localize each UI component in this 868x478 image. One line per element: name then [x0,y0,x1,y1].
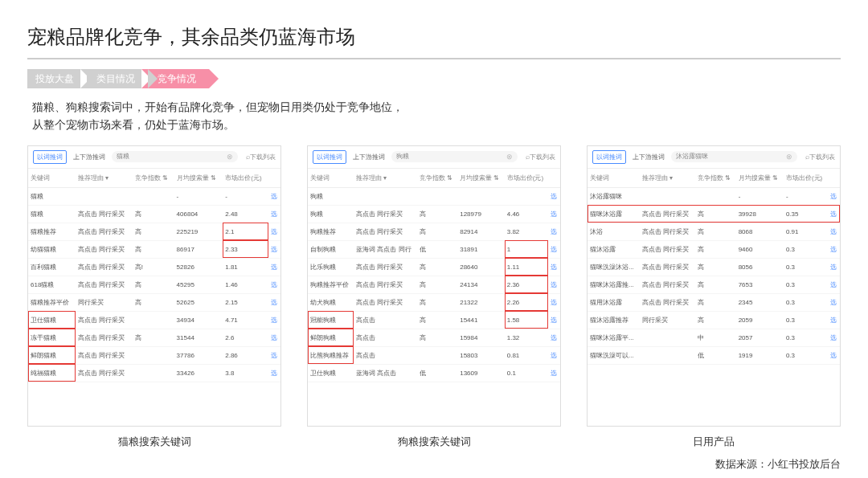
download-link[interactable]: 下载列表 [530,153,555,161]
action-link[interactable]: 选 [548,223,560,240]
comp-cell: 高 [417,205,457,223]
reason-cell [354,187,417,205]
action-link[interactable]: 选 [828,276,840,293]
keyword-cell: 百利猫粮 [28,258,76,276]
tab-word-suggest[interactable]: 以词推词 [33,150,67,164]
action-link[interactable]: 选 [548,276,560,293]
tab-updown[interactable]: 上下游推词 [629,151,668,163]
volume-cell: 8056 [736,258,784,276]
table-row: 猫沐浴露推荐同行采买高20590.3选 [588,311,840,329]
column-header[interactable]: 推荐理由 ▾ [76,169,133,188]
table-row: 鲜朗狗粮高点击高159841.32选 [308,329,560,346]
panel-cat-food: 以词推词 上下游推词 猫粮⊗ ⌕ 下载列表 关键词推荐理由 ▾竞争指数 ⇅月均搜… [27,145,281,427]
clear-icon[interactable]: ⊗ [227,151,233,162]
table-row: 狗粮推荐高点击 同行采买高829143.82选 [308,223,560,240]
action-link[interactable]: 选 [268,364,280,382]
column-header[interactable]: 推荐理由 ▾ [354,169,417,188]
action-link[interactable]: 选 [548,329,560,346]
keyword-cell: 猫咪沐浴露推... [588,276,640,293]
comp-cell: 高! [133,258,174,276]
action-link[interactable]: 选 [268,240,280,258]
table-row: 自制狗粮蓝海词 高点击 同行低318911选 [308,240,560,258]
action-link[interactable]: 选 [828,187,840,205]
description: 猫粮、狗粮搜索词中，开始有品牌化竞争，但宠物日用类仍处于竞争地位， 从整个宠物市… [32,98,841,134]
search-input[interactable]: 沐浴露猫咪⊗ [671,151,797,162]
action-link[interactable]: 选 [268,205,280,223]
reason-cell: 同行采买 [76,293,133,311]
action-link[interactable]: 选 [548,205,560,223]
action-link[interactable]: 选 [548,187,560,205]
action-link[interactable]: 选 [268,293,280,311]
action-link[interactable]: 选 [828,205,840,223]
action-link[interactable]: 选 [548,346,560,364]
action-link[interactable]: 选 [268,276,280,293]
reason-cell: 高点击 [354,311,417,329]
column-header[interactable]: 月均搜索量 ⇅ [174,169,223,188]
column-header[interactable] [828,169,840,188]
bid-cell: 1.58 [505,311,548,329]
table-row: 猫粮推荐平价同行采买高526252.15选 [28,293,280,311]
column-header[interactable]: 市场出价(元) [505,169,548,188]
column-header[interactable]: 推荐理由 ▾ [640,169,695,188]
bid-cell: 2.26 [505,293,548,311]
column-header[interactable]: 市场出价(元) [223,169,268,188]
tab-word-suggest[interactable]: 以词推词 [313,150,346,164]
volume-cell: 86917 [174,240,223,258]
action-link[interactable]: 选 [548,240,560,258]
panel-head: 以词推词 上下游推词 沐浴露猫咪⊗ ⌕ 下载列表 [588,146,840,169]
bid-cell: 0.3 [784,293,828,311]
search-input[interactable]: 狗粮⊗ [391,151,518,162]
action-link[interactable]: 选 [828,311,840,329]
keyword-cell: 猫沐浴露推荐 [588,311,640,329]
action-link[interactable]: 选 [828,223,840,240]
volume-cell: 37786 [174,346,223,364]
table-row: 猫粮推荐高点击 同行采买高2252192.1选 [28,223,280,240]
column-header[interactable]: 市场出价(元) [784,169,828,188]
reason-cell: 高点击 [354,329,417,346]
search-input[interactable]: 猫粮⊗ [112,151,238,162]
keyword-cell: 纯福猫粮 [28,364,76,382]
column-header[interactable] [548,169,560,188]
column-header[interactable]: 竞争指数 ⇅ [417,169,457,188]
action-link[interactable]: 选 [828,258,840,276]
keyword-cell: 鲜朗猫粮 [28,346,76,364]
action-link[interactable]: 选 [268,187,280,205]
action-link[interactable]: 选 [548,311,560,329]
tab-word-suggest[interactable]: 以词推词 [592,150,626,164]
download-link[interactable]: 下载列表 [809,153,835,161]
action-link[interactable]: 选 [828,346,840,364]
action-link[interactable]: 选 [548,258,560,276]
action-link[interactable]: 选 [268,223,280,240]
column-header[interactable]: 关键词 [308,169,354,188]
column-header[interactable]: 关键词 [28,169,76,188]
download-link[interactable]: 下载列表 [250,153,276,161]
action-link[interactable]: 选 [828,240,840,258]
comp-cell: 高 [417,276,457,293]
comp-cell: 高 [695,223,736,240]
action-link[interactable]: 选 [268,329,280,346]
action-link[interactable]: 选 [268,346,280,364]
table-row: 沐浴高点击 同行采买高80680.91选 [588,223,840,240]
keyword-cell: 618猫粮 [28,276,76,293]
clear-icon[interactable]: ⊗ [786,151,792,162]
clear-icon[interactable]: ⊗ [506,151,513,162]
action-link[interactable]: 选 [268,258,280,276]
column-header[interactable] [268,169,280,188]
action-link[interactable]: 选 [268,311,280,329]
keyword-cell: 猫粮推荐平价 [28,293,76,311]
table-row: 冻干猫粮高点击 同行采买高315442.6选 [28,329,280,346]
action-link[interactable]: 选 [828,293,840,311]
column-header[interactable]: 月均搜索量 ⇅ [457,169,505,188]
comp-cell: 高 [695,293,736,311]
bid-cell: 4.71 [223,311,268,329]
action-link[interactable]: 选 [548,364,560,382]
action-link[interactable]: 选 [548,293,560,311]
tab-updown[interactable]: 上下游推词 [70,151,108,163]
column-header[interactable]: 竞争指数 ⇅ [133,169,174,188]
column-header[interactable]: 竞争指数 ⇅ [695,169,736,188]
page-title: 宠粮品牌化竞争，其余品类仍蓝海市场 [27,24,841,50]
column-header[interactable]: 月均搜索量 ⇅ [736,169,784,188]
tab-updown[interactable]: 上下游推词 [350,151,388,163]
action-link[interactable]: 选 [828,329,840,346]
column-header[interactable]: 关键词 [588,169,640,188]
